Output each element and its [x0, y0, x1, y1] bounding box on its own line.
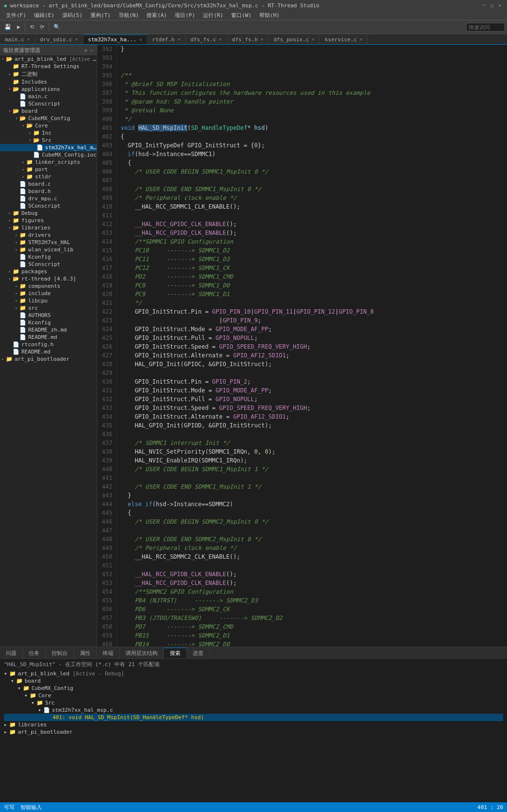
tree-label: libraries	[21, 225, 51, 231]
sidebar-item-applications[interactable]: ▾📂applications	[0, 86, 97, 93]
sidebar-item-rtconfig_h[interactable]: 📄rtconfig.h	[0, 341, 97, 348]
result-row[interactable]: ▾ 📁 art_pi_blink_led [Active - Debug]	[4, 670, 503, 677]
sidebar-item-figures[interactable]: ▸📁figures	[0, 217, 97, 224]
tab-drv_sdio_c[interactable]: drv_sdio.c×	[35, 35, 83, 44]
code-view[interactable]: 3923933943953963973983994004014024034044…	[97, 45, 507, 647]
sidebar-item-linker_scripts[interactable]: ▸📁linker_scripts	[0, 159, 97, 166]
code-line	[121, 211, 503, 220]
sidebar-item-rt_thread_settings[interactable]: 📁RT-Thread Settings	[0, 63, 97, 70]
tab-dfs_fs_h[interactable]: dfs_fs.h×	[227, 35, 269, 44]
sidebar-item-drivers[interactable]: ▸📁drivers	[0, 231, 97, 239]
sidebar-item-wlan_wiced_lib[interactable]: ▸📁wlan_wiced_lib	[0, 246, 97, 253]
sidebar-item-cubemx_config_ioc[interactable]: 📄CubeMX_Config.ioc	[0, 151, 97, 159]
bottom-tab-任务[interactable]: 任务	[23, 648, 46, 658]
sidebar-item-readme_zh[interactable]: 📄README_zh.md	[0, 326, 97, 334]
close-button[interactable]: ×	[496, 2, 503, 9]
sidebar-item-authors[interactable]: 📄AUTHORS	[0, 312, 97, 319]
bottom-tab-调用层次结构[interactable]: 调用层次结构	[120, 648, 164, 658]
sidebar-item-packages[interactable]: ▸📁packages	[0, 268, 97, 275]
sidebar-item-stldr[interactable]: ▸📁stldr	[0, 173, 97, 180]
sidebar-item-board_c[interactable]: 📄board.c	[0, 180, 97, 188]
sidebar-item-debug[interactable]: ▸📁Debug	[0, 210, 97, 217]
sidebar-item-readme[interactable]: 📄README.md	[0, 334, 97, 341]
menu-item-源码(S)[interactable]: 源码(S)	[58, 11, 87, 20]
result-row[interactable]: ▾ 📁 board	[4, 677, 503, 685]
sidebar-item-main_c[interactable]: 📄main.c	[0, 93, 97, 100]
menu-item-项目(P)[interactable]: 项目(P)	[171, 11, 199, 20]
tab-close-icon[interactable]: ×	[139, 37, 142, 42]
tab-close-icon[interactable]: ×	[27, 37, 30, 42]
result-row[interactable]: ▾ 📄 stm32h7xx_hal_msp.c	[4, 706, 503, 714]
tab-close-icon[interactable]: ×	[178, 37, 180, 42]
sidebar-collapse-btn[interactable]: ≡	[83, 47, 88, 53]
bottom-tab-控制台[interactable]: 控制台	[46, 648, 74, 658]
menu-item-编辑(E)[interactable]: 编辑(E)	[30, 11, 58, 20]
toolbar-btn-4[interactable]: ⟳	[37, 22, 47, 33]
bottom-tab-属性[interactable]: 属性	[74, 648, 97, 658]
tab-rtdef_h[interactable]: rtdef.h×	[147, 35, 186, 44]
sidebar-item-kconfig_rt[interactable]: 📄Kconfig	[0, 319, 97, 326]
sidebar-item-stm32h7xx_hal[interactable]: ▸📁STM32H7xx_HAL	[0, 239, 97, 246]
menu-item-重构(T)[interactable]: 重构(T)	[87, 11, 115, 20]
sidebar-item-binary[interactable]: ▸📁二进制	[0, 70, 97, 78]
menu-item-帮助(H)[interactable]: 帮助(H)	[255, 11, 284, 20]
tab-close-icon[interactable]: ×	[219, 37, 221, 42]
result-libraries[interactable]: ▸ 📁 libraries	[4, 721, 503, 728]
menu-item-导航(N)[interactable]: 导航(N)	[115, 11, 143, 20]
quick-access-input[interactable]	[466, 23, 505, 32]
sidebar-item-sconscript_board[interactable]: 📄SConscript	[0, 202, 97, 210]
sidebar-item-stm32h7xx_hal_msp[interactable]: 📄stm32h7xx_hal_msp.	[0, 144, 97, 151]
sidebar-item-sconscript_app[interactable]: 📄SConscript	[0, 100, 97, 107]
menu-item-运行(R)[interactable]: 运行(R)	[199, 11, 227, 20]
sidebar-item-drv_mpu_c[interactable]: 📄drv_mpu.c	[0, 195, 97, 202]
tab-stm32h7xx_ha[interactable]: stm32h7xx_ha...×	[83, 35, 147, 44]
result-item[interactable]: 401: void HAL_SD_MspInit(SD_HandleTypeDe…	[4, 714, 503, 721]
sidebar-item-cubemx_config[interactable]: ▾📂CubeMX_Config	[0, 115, 97, 122]
toolbar-btn-3[interactable]: ⟲	[27, 22, 36, 33]
toolbar-btn-5[interactable]: 🔍	[51, 22, 63, 33]
tab-dfs_fs_c[interactable]: dfs_fs.c×	[185, 35, 227, 44]
sidebar-item-board_h[interactable]: 📄board.h	[0, 188, 97, 195]
menu-item-文件(F)[interactable]: 文件(F)	[2, 11, 30, 20]
tab-dfs_posix_c[interactable]: dfs_posix.c×	[269, 35, 320, 44]
menu-item-搜索(A)[interactable]: 搜索(A)	[143, 11, 171, 20]
tab-close-icon[interactable]: ×	[261, 37, 263, 42]
toolbar-btn-1[interactable]: 💾	[2, 22, 14, 33]
sidebar-item-board[interactable]: ▾📂board	[0, 107, 97, 115]
minimize-button[interactable]: ─	[481, 2, 488, 9]
sidebar-item-port[interactable]: ▸📁port	[0, 166, 97, 173]
sidebar-item-core[interactable]: ▾📂Core	[0, 122, 97, 129]
sidebar-item-src_rt[interactable]: ▸📁src	[0, 304, 97, 312]
bottom-tab-终端[interactable]: 终端	[97, 648, 120, 658]
sidebar-item-rt_thread[interactable]: ▾📂rt-thread [4.0.3]	[0, 275, 97, 282]
sidebar-item-sconscript_lib[interactable]: 📄SConscript	[0, 261, 97, 268]
sidebar-item-libcpu[interactable]: ▸📁libcpu	[0, 297, 97, 304]
result-row[interactable]: ▾ 📁 CubeMX_Config	[4, 685, 503, 692]
sidebar-item-inc[interactable]: ▸📁Inc	[0, 129, 97, 137]
toolbar-btn-2[interactable]: ▶	[15, 22, 23, 33]
sidebar-item-kconfig[interactable]: 📄Kconfig	[0, 253, 97, 261]
maximize-button[interactable]: □	[489, 2, 495, 9]
sidebar-item-src[interactable]: ▾📂Src	[0, 137, 97, 144]
tab-close-icon[interactable]: ×	[75, 37, 77, 42]
sidebar-item-art_pi_bootloader[interactable]: ▸📁art_pi_bootloader	[0, 355, 97, 363]
tab-main_c[interactable]: main.c×	[0, 35, 35, 44]
tab-close-icon[interactable]: ×	[312, 37, 314, 42]
result-row[interactable]: ▾ 📁 Core	[4, 692, 503, 699]
sidebar-item-readme_md[interactable]: 📄README.md	[0, 348, 97, 355]
sidebar-item-art_pi_blink_led[interactable]: ▾📂art_pi_blink_led [Active - Debug	[0, 55, 97, 63]
sidebar-item-libraries[interactable]: ▾📂libraries	[0, 224, 97, 231]
sidebar-menu-btn[interactable]: ⋯	[89, 47, 94, 53]
tab-close-icon[interactable]: ×	[360, 37, 362, 42]
sidebar-item-includes[interactable]: 📁Includes	[0, 78, 97, 86]
result-row[interactable]: ▾ 📁 Src	[4, 699, 503, 706]
result-bootloader[interactable]: ▸ 📁 art_pi_bootloader	[4, 728, 503, 736]
bottom-tab-搜索[interactable]: 搜索	[164, 648, 187, 658]
tab-kservice_c[interactable]: kservice.c×	[320, 35, 368, 44]
bottom-tab-进度[interactable]: 进度	[187, 648, 210, 658]
sidebar-item-include[interactable]: ▸📁include	[0, 290, 97, 297]
tree-icon: 📂	[26, 123, 33, 129]
bottom-tab-问题[interactable]: 问题	[0, 648, 23, 658]
sidebar-item-components[interactable]: ▸📁components	[0, 282, 97, 290]
menu-item-窗口(W)[interactable]: 窗口(W)	[227, 11, 255, 20]
